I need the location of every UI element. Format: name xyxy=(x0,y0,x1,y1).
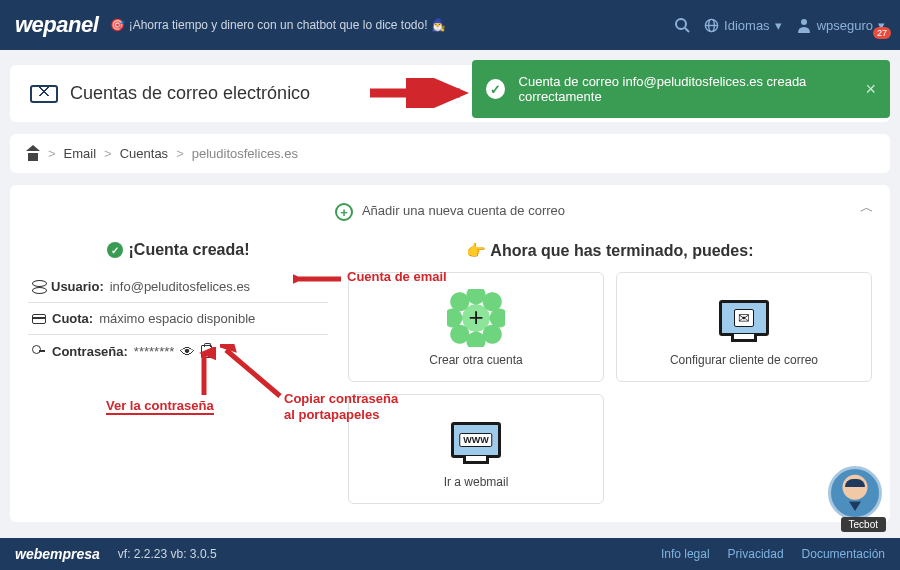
close-icon[interactable]: × xyxy=(865,79,876,100)
notification-badge: 27 xyxy=(873,27,891,39)
card-icon xyxy=(32,314,46,324)
user-label: Usuario: xyxy=(51,279,104,294)
chevron-down-icon: ▾ xyxy=(775,18,782,33)
breadcrumb-accounts[interactable]: Cuentas xyxy=(120,146,168,161)
create-another-label: Crear otra cuenta xyxy=(429,353,522,367)
footer-version: vf: 2.2.23 vb: 3.0.5 xyxy=(118,547,217,561)
check-icon: ✓ xyxy=(107,242,123,258)
next-steps-heading: 👉 Ahora que has terminado, puedes: xyxy=(348,241,872,260)
chatbot-label: Tecbot xyxy=(841,517,886,532)
quota-row: Cuota: máximo espacio disponible xyxy=(28,303,328,335)
svg-point-0 xyxy=(676,19,686,29)
breadcrumb-sep: > xyxy=(104,146,112,161)
account-created-panel: ✓ ¡Cuenta creada! Usuario: info@peludito… xyxy=(28,241,328,504)
user-row: Usuario: info@peluditosfelices.es xyxy=(28,271,328,303)
clipboard-icon[interactable] xyxy=(201,345,212,358)
key-icon xyxy=(32,345,46,359)
check-icon: ✓ xyxy=(486,79,505,99)
language-label: Idiomas xyxy=(724,18,770,33)
svg-line-1 xyxy=(685,28,689,32)
footer-legal-link[interactable]: Info legal xyxy=(661,547,710,561)
chevron-up-icon[interactable]: ︿ xyxy=(860,199,874,217)
database-icon xyxy=(32,280,45,293)
configure-client-card[interactable]: ✉ Configurar cliente de correo xyxy=(616,272,872,382)
home-icon[interactable] xyxy=(26,147,40,161)
password-row: Contraseña: ******** 👁 xyxy=(28,335,328,368)
footer-privacy-link[interactable]: Privacidad xyxy=(728,547,784,561)
logo: wepanel xyxy=(15,12,98,38)
main-card: + Añadir una nueva cuenta de correo ︿ ✓ … xyxy=(10,185,890,522)
create-another-card[interactable]: Crear otra cuenta xyxy=(348,272,604,382)
chatbot-avatar[interactable] xyxy=(828,466,882,520)
password-value: ******** xyxy=(134,344,174,359)
language-selector[interactable]: Idiomas ▾ xyxy=(704,18,782,33)
toast-text: Cuenta de correo info@peluditosfelices.e… xyxy=(519,74,866,104)
svg-point-5 xyxy=(801,19,807,25)
footer: webempresa vf: 2.2.23 vb: 3.0.5 Info leg… xyxy=(0,538,900,570)
go-webmail-card[interactable]: WWW Ir a webmail xyxy=(348,394,604,504)
monitor-www-icon: WWW xyxy=(451,422,501,458)
top-header: wepanel 🎯 ¡Ahorra tiempo y dinero con un… xyxy=(0,0,900,50)
configure-client-label: Configurar cliente de correo xyxy=(670,353,818,367)
breadcrumb: > Email > Cuentas > peluditosfelices.es xyxy=(10,134,890,173)
eye-icon[interactable]: 👁 xyxy=(180,343,195,360)
password-label: Contraseña: xyxy=(52,344,128,359)
breadcrumb-email[interactable]: Email xyxy=(64,146,97,161)
account-created-heading: ✓ ¡Cuenta creada! xyxy=(28,241,328,259)
user-label: wpseguro xyxy=(817,18,873,33)
plus-flower-icon xyxy=(452,294,500,342)
monitor-mail-icon: ✉ xyxy=(719,300,769,336)
quota-value: máximo espacio disponible xyxy=(99,311,255,326)
envelope-icon xyxy=(30,85,58,103)
success-toast: ✓ Cuenta de correo info@peluditosfelices… xyxy=(472,60,890,118)
plus-icon: + xyxy=(335,203,353,221)
promo-text[interactable]: 🎯 ¡Ahorra tiempo y dinero con un chatbot… xyxy=(110,18,446,32)
search-icon[interactable] xyxy=(674,17,690,33)
user-menu[interactable]: wpseguro ▾ 27 xyxy=(796,17,885,33)
go-webmail-label: Ir a webmail xyxy=(444,475,509,489)
add-account-row[interactable]: + Añadir una nueva cuenta de correo xyxy=(28,197,872,235)
quota-label: Cuota: xyxy=(52,311,93,326)
user-value: info@peluditosfelices.es xyxy=(110,279,250,294)
breadcrumb-current: peluditosfelices.es xyxy=(192,146,298,161)
footer-brand: webempresa xyxy=(15,546,100,562)
breadcrumb-sep: > xyxy=(176,146,184,161)
page-title: Cuentas de correo electrónico xyxy=(70,83,310,104)
add-account-label: Añadir una nueva cuenta de correo xyxy=(362,203,565,218)
breadcrumb-sep: > xyxy=(48,146,56,161)
next-steps-panel: 👉 Ahora que has terminado, puedes: Crear… xyxy=(348,241,872,504)
footer-docs-link[interactable]: Documentación xyxy=(802,547,885,561)
